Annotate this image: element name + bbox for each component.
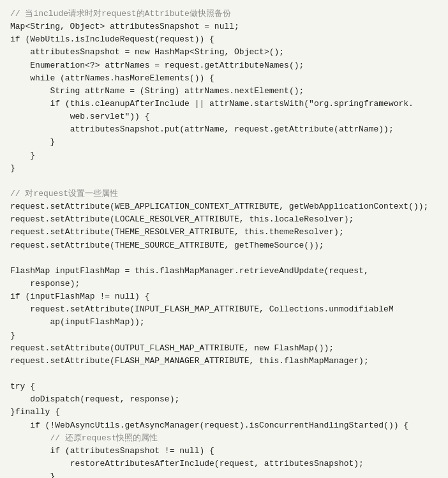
code-line: if (WebUtils.isIncludeRequest(request)) … bbox=[10, 33, 438, 46]
code-line: restoreAttributesAfterInclude(request, a… bbox=[10, 458, 438, 470]
code-line bbox=[10, 175, 438, 188]
code-line: } bbox=[10, 149, 438, 162]
code-line bbox=[10, 368, 438, 380]
code-line: }finally { bbox=[10, 406, 438, 419]
code-line: request.setAttribute(FLASH_MAP_MANAGER_A… bbox=[10, 355, 438, 368]
code-line: // 对request设置一些属性 bbox=[10, 188, 438, 200]
comment-text: // 当include请求时对request的Attribute做快照备份 bbox=[10, 9, 231, 19]
code-line: if (inputFlashMap != null) { bbox=[10, 290, 438, 303]
code-line: response); bbox=[10, 278, 438, 290]
code-line: attributesSnapshot = new HashMap<String,… bbox=[10, 46, 438, 59]
code-line: } bbox=[10, 136, 438, 149]
code-line: try { bbox=[10, 380, 438, 393]
code-line: Map<String, Object> attributesSnapshot =… bbox=[10, 20, 438, 33]
code-line: request.setAttribute(INPUT_FLASH_MAP_ATT… bbox=[10, 303, 438, 316]
code-line: request.setAttribute(LOCALE_RESOLVER_ATT… bbox=[10, 213, 438, 226]
code-line: } bbox=[10, 162, 438, 175]
code-line: while (attrNames.hasMoreElements()) { bbox=[10, 72, 438, 85]
code-line: if (this.cleanupAfterInclude || attrName… bbox=[10, 98, 438, 110]
code-line: String attrName = (String) attrNames.nex… bbox=[10, 85, 438, 98]
code-line: Enumeration<?> attrNames = request.getAt… bbox=[10, 59, 438, 72]
code-line: request.setAttribute(THEME_RESOLVER_ATTR… bbox=[10, 226, 438, 239]
code-line: ap(inputFlashMap)); bbox=[10, 316, 438, 329]
code-line: } bbox=[10, 329, 438, 342]
code-container: // 当include请求时对request的Attribute做快照备份Map… bbox=[10, 8, 438, 478]
code-line: request.setAttribute(WEB_APPLICATION_CON… bbox=[10, 200, 438, 213]
code-line: attributesSnapshot.put(attrName, request… bbox=[10, 123, 438, 136]
code-line: doDispatch(request, response); bbox=[10, 393, 438, 406]
code-line: request.setAttribute(OUTPUT_FLASH_MAP_AT… bbox=[10, 342, 438, 355]
code-line: FlashMap inputFlashMap = this.flashMapMa… bbox=[10, 265, 438, 278]
code-line: // 还原request快照的属性 bbox=[10, 432, 438, 445]
code-line: // 当include请求时对request的Attribute做快照备份 bbox=[10, 8, 438, 20]
comment-text: // 对request设置一些属性 bbox=[10, 189, 118, 198]
code-line: request.setAttribute(THEME_SOURCE_ATTRIB… bbox=[10, 239, 438, 252]
code-line: web.servlet")) { bbox=[10, 110, 438, 123]
comment-text: // 还原request快照的属性 bbox=[10, 433, 158, 443]
code-line: } bbox=[10, 470, 438, 478]
code-line: if (!WebAsyncUtils.getAsyncManager(reque… bbox=[10, 419, 438, 432]
code-line: if (attributesSnapshot != null) { bbox=[10, 445, 438, 458]
code-line bbox=[10, 252, 438, 265]
